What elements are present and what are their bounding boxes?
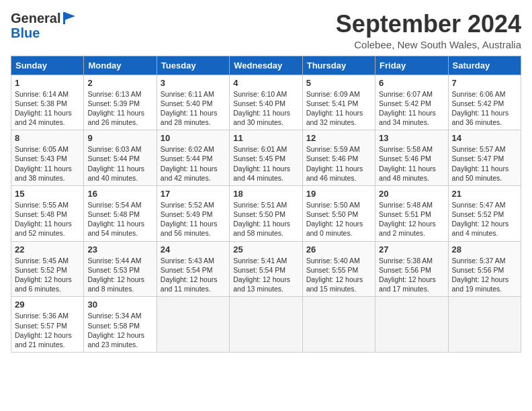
sunrise-line: Sunrise: 6:01 AM	[233, 144, 298, 154]
daylight-line: Daylight: 11 hours and 50 minutes.	[452, 164, 517, 183]
sunset-line: Sunset: 5:47 PM	[452, 154, 517, 163]
day-number: 20	[379, 189, 444, 199]
month-title: September 2024	[336, 11, 521, 38]
sunrise-line: Sunrise: 5:36 AM	[15, 311, 80, 320]
sunset-line: Sunset: 5:53 PM	[87, 265, 152, 275]
daylight-line: Daylight: 12 hours and 23 minutes.	[87, 330, 152, 349]
calendar-cell: 26Sunrise: 5:40 AMSunset: 5:55 PMDayligh…	[302, 241, 375, 297]
day-number: 22	[15, 244, 80, 255]
calendar-cell: 2Sunrise: 6:13 AMSunset: 5:39 PMDaylight…	[84, 75, 157, 130]
sunrise-line: Sunrise: 6:11 AM	[161, 89, 226, 99]
logo-flag-icon	[62, 11, 77, 26]
sunset-line: Sunset: 5:54 PM	[161, 265, 226, 275]
daylight-line: Daylight: 11 hours and 40 minutes.	[87, 164, 152, 183]
day-number: 9	[87, 133, 152, 143]
day-number: 19	[306, 189, 371, 199]
header: General Blue September 2024 Colebee, New…	[11, 11, 521, 50]
daylight-line: Daylight: 12 hours and 21 minutes.	[15, 330, 80, 349]
sunrise-line: Sunrise: 6:05 AM	[15, 144, 80, 154]
day-number: 23	[87, 244, 152, 255]
daylight-line: Daylight: 11 hours and 34 minutes.	[379, 108, 444, 127]
daylight-line: Daylight: 11 hours and 24 minutes.	[15, 108, 80, 127]
daylight-line: Daylight: 12 hours and 11 minutes.	[161, 275, 226, 293]
sunrise-line: Sunrise: 6:07 AM	[379, 89, 444, 99]
daylight-line: Daylight: 11 hours and 38 minutes.	[15, 164, 80, 183]
sunrise-line: Sunrise: 5:40 AM	[306, 256, 371, 265]
calendar-cell	[448, 297, 521, 353]
calendar-cell: 17Sunrise: 5:52 AMSunset: 5:49 PMDayligh…	[157, 185, 229, 241]
calendar-cell: 14Sunrise: 5:57 AMSunset: 5:47 PMDayligh…	[448, 130, 521, 186]
daylight-line: Daylight: 11 hours and 42 minutes.	[161, 164, 226, 183]
week-row-2: 8Sunrise: 6:05 AMSunset: 5:43 PMDaylight…	[11, 130, 521, 186]
daylight-line: Daylight: 12 hours and 0 minutes.	[306, 219, 371, 238]
calendar-cell: 25Sunrise: 5:41 AMSunset: 5:54 PMDayligh…	[230, 241, 302, 297]
daylight-line: Daylight: 11 hours and 46 minutes.	[306, 164, 371, 183]
calendar-cell: 8Sunrise: 6:05 AMSunset: 5:43 PMDaylight…	[11, 130, 84, 186]
day-number: 26	[306, 244, 371, 255]
day-number: 1	[15, 78, 80, 88]
day-number: 28	[452, 244, 517, 255]
daylight-line: Daylight: 11 hours and 58 minutes.	[233, 219, 298, 238]
day-number: 6	[379, 78, 444, 88]
sunrise-line: Sunrise: 5:51 AM	[233, 200, 298, 210]
week-row-5: 29Sunrise: 5:36 AMSunset: 5:57 PMDayligh…	[11, 297, 521, 353]
day-number: 18	[233, 189, 298, 199]
day-number: 30	[87, 300, 152, 310]
calendar-cell	[157, 297, 229, 353]
sunrise-line: Sunrise: 6:13 AM	[87, 89, 152, 99]
day-number: 4	[233, 78, 298, 88]
sunset-line: Sunset: 5:49 PM	[161, 210, 226, 219]
day-number: 27	[379, 244, 444, 255]
sunrise-line: Sunrise: 5:34 AM	[87, 311, 152, 320]
week-row-4: 22Sunrise: 5:45 AMSunset: 5:52 PMDayligh…	[11, 241, 521, 297]
sunset-line: Sunset: 5:40 PM	[161, 99, 226, 108]
daylight-line: Daylight: 11 hours and 48 minutes.	[379, 164, 444, 183]
sunrise-line: Sunrise: 5:37 AM	[452, 256, 517, 265]
calendar-cell: 18Sunrise: 5:51 AMSunset: 5:50 PMDayligh…	[230, 185, 302, 241]
daylight-line: Daylight: 11 hours and 30 minutes.	[233, 108, 298, 127]
day-number: 2	[87, 78, 152, 88]
calendar-cell: 13Sunrise: 5:58 AMSunset: 5:46 PMDayligh…	[375, 130, 448, 186]
daylight-line: Daylight: 11 hours and 36 minutes.	[452, 108, 517, 127]
calendar-cell: 10Sunrise: 6:02 AMSunset: 5:44 PMDayligh…	[157, 130, 229, 186]
day-number: 17	[161, 189, 226, 199]
daylight-line: Daylight: 12 hours and 15 minutes.	[306, 275, 371, 293]
sunset-line: Sunset: 5:42 PM	[452, 99, 517, 108]
logo-blue-text: Blue	[11, 26, 40, 40]
day-number: 14	[452, 133, 517, 143]
sunset-line: Sunset: 5:38 PM	[15, 99, 80, 108]
calendar-cell: 15Sunrise: 5:55 AMSunset: 5:48 PMDayligh…	[11, 185, 84, 241]
sunset-line: Sunset: 5:44 PM	[161, 154, 226, 163]
sunset-line: Sunset: 5:44 PM	[87, 154, 152, 163]
calendar-cell: 11Sunrise: 6:01 AMSunset: 5:45 PMDayligh…	[230, 130, 302, 186]
calendar-cell: 16Sunrise: 5:54 AMSunset: 5:48 PMDayligh…	[84, 185, 157, 241]
calendar-cell: 7Sunrise: 6:06 AMSunset: 5:42 PMDaylight…	[448, 75, 521, 130]
week-row-1: 1Sunrise: 6:14 AMSunset: 5:38 PMDaylight…	[11, 75, 521, 130]
daylight-line: Daylight: 12 hours and 6 minutes.	[15, 275, 80, 293]
sunset-line: Sunset: 5:54 PM	[233, 265, 298, 275]
col-header-monday: Monday	[84, 56, 157, 75]
calendar-cell	[375, 297, 448, 353]
logo: General Blue	[11, 11, 77, 41]
daylight-line: Daylight: 12 hours and 2 minutes.	[379, 219, 444, 238]
sunrise-line: Sunrise: 5:52 AM	[161, 200, 226, 210]
sunset-line: Sunset: 5:42 PM	[379, 99, 444, 108]
calendar-cell: 21Sunrise: 5:47 AMSunset: 5:52 PMDayligh…	[448, 185, 521, 241]
day-number: 12	[306, 133, 371, 143]
day-number: 11	[233, 133, 298, 143]
daylight-line: Daylight: 12 hours and 19 minutes.	[452, 275, 517, 293]
sunset-line: Sunset: 5:57 PM	[15, 321, 80, 330]
daylight-line: Daylight: 11 hours and 54 minutes.	[87, 219, 152, 238]
calendar-cell: 9Sunrise: 6:03 AMSunset: 5:44 PMDaylight…	[84, 130, 157, 186]
day-number: 29	[15, 300, 80, 310]
calendar-cell: 3Sunrise: 6:11 AMSunset: 5:40 PMDaylight…	[157, 75, 229, 130]
sunset-line: Sunset: 5:52 PM	[452, 210, 517, 219]
day-number: 16	[87, 189, 152, 199]
sunrise-line: Sunrise: 5:50 AM	[306, 200, 371, 210]
location-title: Colebee, New South Wales, Australia	[336, 39, 521, 50]
svg-rect-1	[63, 12, 65, 24]
col-header-friday: Friday	[375, 56, 448, 75]
sunset-line: Sunset: 5:50 PM	[233, 210, 298, 219]
day-number: 5	[306, 78, 371, 88]
daylight-line: Daylight: 12 hours and 4 minutes.	[452, 219, 517, 238]
